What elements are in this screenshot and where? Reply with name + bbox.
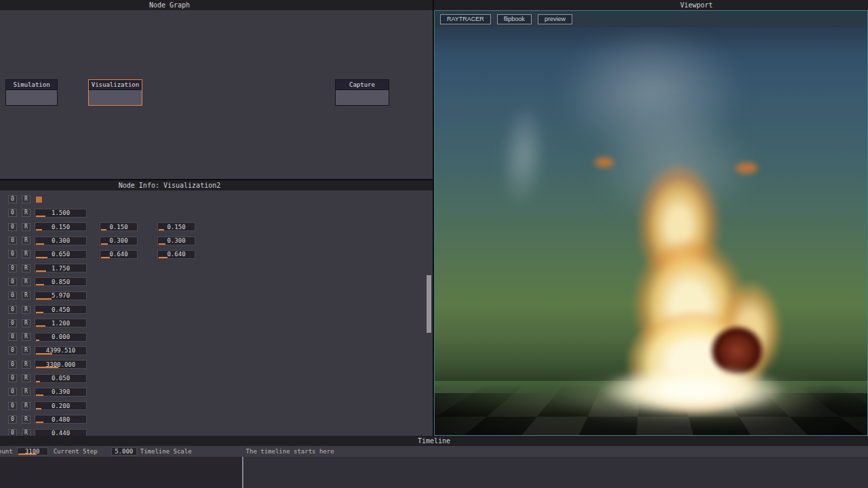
param-value-field[interactable]: 0.000 [35,333,87,342]
param-reset-button[interactable]: R [22,374,31,382]
param-zero-button[interactable]: 0 [8,388,17,396]
raytracer-button[interactable]: RAYTRACER [440,14,491,24]
param-row: 0R0.440 [0,426,433,436]
node-capture-label: Capture [349,81,375,88]
param-value-field[interactable]: 1.200 [35,319,87,327]
param-row: 0R0.000 [0,330,433,344]
param-zero-button[interactable]: 0 [8,319,17,327]
param-value-field[interactable]: 4399.510 [35,346,87,355]
param-zero-button[interactable]: 0 [8,278,17,286]
param-reset-button[interactable]: R [22,402,31,410]
param-value-field[interactable]: 0.440 [35,429,87,436]
param-value-field[interactable]: 0.480 [35,415,87,424]
param-reset-button[interactable]: R [22,388,31,396]
node-visualization-header: Visualization [89,80,142,90]
fire-base-glow [599,365,786,415]
param-zero-button[interactable]: 0 [8,291,17,300]
param-row: 0R0.1500.1500.150 [0,220,433,234]
param-zero-button[interactable]: 0 [8,361,17,369]
viewport-3d-scene[interactable] [435,27,867,435]
param-value-field[interactable]: 3300.000 [35,360,87,369]
param-zero-button[interactable]: 0 [8,402,17,410]
param-row: 0R0.200 [0,399,433,412]
flipbook-button[interactable]: flipbook [497,14,532,24]
param-value-field[interactable]: 0.390 [35,388,87,396]
param-value-field[interactable]: 0.300 [100,237,138,245]
param-row: 0R0.390 [0,385,433,399]
param-zero-button[interactable]: 0 [8,250,17,258]
param-value-field[interactable]: 0.300 [157,237,195,245]
param-value-field[interactable]: 1.750 [35,264,87,272]
param-reset-button[interactable]: R [22,429,31,436]
node-capture[interactable]: Capture [335,79,389,106]
frame-count-field[interactable]: 3100 [17,447,48,455]
param-reset-button[interactable]: R [22,291,31,300]
viewport-titlebar: Viewport [434,0,868,10]
param-zero-button[interactable]: 0 [8,237,17,245]
timeline-titlebar: Timeline [0,436,868,446]
node-info-titlebar: Node Info: Visualization2 [0,180,433,190]
timeline-start-note: The timeline starts here [246,448,334,455]
param-zero-button[interactable]: 0 [8,415,17,424]
node-simulation-body [6,90,57,105]
param-reset-button[interactable]: R [22,319,31,327]
scrollbar-thumb[interactable] [427,275,431,333]
param-zero-button[interactable]: 0 [8,223,17,231]
param-row: 0R0.6500.6400.640 [0,247,433,261]
param-value-field[interactable]: 0.450 [35,305,87,314]
node-capture-body [336,90,389,105]
param-color-swatch[interactable] [36,197,42,203]
timeline-track[interactable] [0,457,868,488]
param-reset-button[interactable]: R [22,361,31,369]
param-row: 0R0.850 [0,275,433,289]
node-visualization[interactable]: Visualization [88,79,142,106]
param-reset-button[interactable]: R [22,195,31,203]
current-step-field[interactable]: 5.000 [111,447,137,455]
param-reset-button[interactable]: R [22,306,31,314]
node-graph-panel: Node Graph Simulation Visualization Capt… [0,0,433,179]
param-value-field[interactable]: 0.650 [35,250,87,259]
param-zero-button[interactable]: 0 [8,333,17,341]
node-visualization-label: Visualization [92,81,139,88]
param-row: 0R0.450 [0,302,433,316]
param-value-field[interactable]: 0.850 [35,277,87,286]
param-zero-button[interactable]: 0 [8,306,17,314]
param-value-field[interactable]: 0.640 [157,250,195,259]
timeline-scale-label: Timeline Scale [140,448,192,455]
param-reset-button[interactable]: R [22,415,31,424]
node-capture-header: Capture [336,80,389,90]
parameter-list: 0R0R1.5000R0.1500.1500.1500R0.3000.3000.… [0,190,433,436]
param-zero-button[interactable]: 0 [8,209,17,217]
param-row: 0R4399.510 [0,344,433,357]
viewport-toolbar: RAYTRACER flipbook preview [435,11,867,27]
param-zero-button[interactable]: 0 [8,346,17,354]
node-simulation[interactable]: Simulation [5,79,58,106]
param-value-field[interactable]: 0.200 [35,401,87,410]
param-zero-button[interactable]: 0 [8,264,17,272]
node-simulation-label: Simulation [13,81,50,88]
node-simulation-header: Simulation [6,80,57,90]
param-zero-button[interactable]: 0 [8,429,17,436]
param-value-field[interactable]: 0.640 [100,250,138,259]
flame-spark-left [595,157,614,167]
param-value-field[interactable]: 0.150 [157,222,195,231]
param-value-field[interactable]: 1.500 [35,209,87,218]
param-value-field[interactable]: 5.970 [35,291,87,300]
param-value-field[interactable]: 0.050 [35,374,87,383]
param-zero-button[interactable]: 0 [8,374,17,382]
param-value-field[interactable]: 0.150 [100,222,138,231]
param-value-field[interactable]: 0.300 [35,237,87,245]
param-reset-button[interactable]: R [22,237,31,245]
param-reset-button[interactable]: R [22,278,31,286]
param-reset-button[interactable]: R [22,223,31,231]
timeline-controls: ount 3100 Current Step 5.000 Timeline Sc… [0,446,868,457]
param-reset-button[interactable]: R [22,209,31,217]
param-reset-button[interactable]: R [22,264,31,272]
param-value-field[interactable]: 0.150 [35,222,87,231]
param-zero-button[interactable]: 0 [8,195,17,203]
param-reset-button[interactable]: R [22,250,31,258]
viewport-body: RAYTRACER flipbook preview [434,10,868,436]
preview-button[interactable]: preview [538,14,572,24]
param-reset-button[interactable]: R [22,346,31,354]
param-reset-button[interactable]: R [22,333,31,341]
